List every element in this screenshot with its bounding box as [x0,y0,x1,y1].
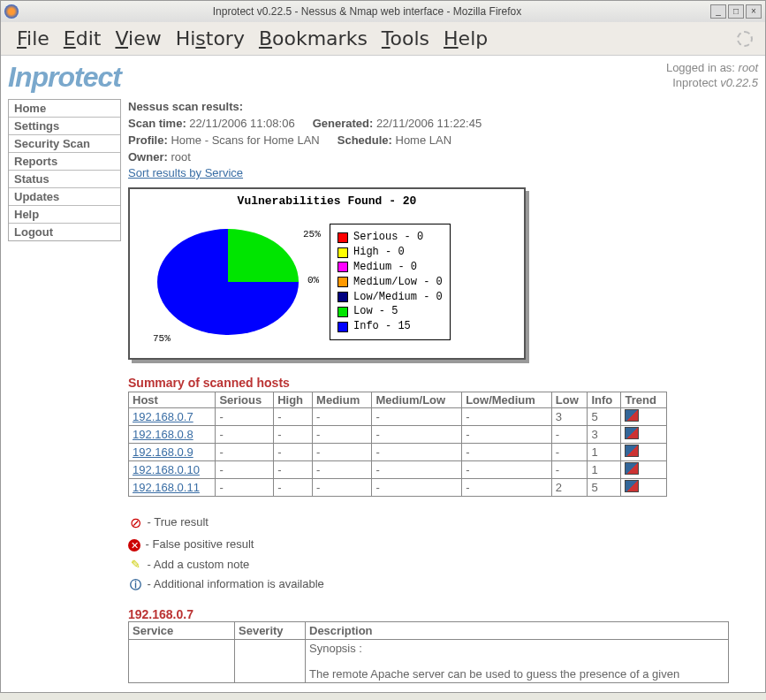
throbber-icon [737,31,753,47]
trend-icon[interactable] [625,462,639,475]
legend-item: Medium - 0 [337,260,443,275]
menu-bookmarks[interactable]: Bookmarks [252,24,375,53]
host-link[interactable]: 192.168.0.9 [133,445,193,459]
host-detail-title: 192.168.0.7 [128,607,758,621]
menu-tools[interactable]: Tools [375,24,436,53]
sidebar-item-logout[interactable]: Logout [9,224,120,240]
host-link[interactable]: 192.168.0.7 [133,410,193,423]
login-info: Logged in as: root Inprotect v0.22.5 [666,61,758,91]
sidebar-item-settings[interactable]: Settings [9,118,120,135]
menu-view[interactable]: View [108,24,168,53]
sort-by-service-link[interactable]: Sort results by Service [128,166,243,179]
sidebar-item-updates[interactable]: Updates [9,188,120,206]
scan-meta: Nessus scan results: Scan time: 22/11/20… [128,99,758,182]
window-controls: _ □ × [710,4,762,19]
sidebar-item-help[interactable]: Help [9,206,120,224]
summary-title: Summary of scanned hosts [128,376,758,390]
sidebar-item-security-scan[interactable]: Security Scan [9,135,120,153]
trend-icon[interactable] [625,427,639,439]
trend-icon[interactable] [625,409,639,422]
vulnerabilities-chart: Vulnerabilities Found - 20 25% 0% 75% Se… [128,187,526,360]
titlebar: Inprotect v0.22.5 - Nessus & Nmap web in… [1,1,765,22]
legend-item: Medium/Low - 0 [337,275,443,290]
firefox-icon [4,4,19,19]
host-link[interactable]: 192.168.0.10 [133,463,200,476]
chart-legend: Serious - 0High - 0Medium - 0Medium/Low … [330,224,451,340]
page-content: Inprotect Logged in as: root Inprotect v… [1,56,765,692]
host-link[interactable]: 192.168.0.8 [133,428,193,441]
x-icon: ✕ [128,539,140,552]
window-title: Inprotect v0.22.5 - Nessus & Nmap web in… [24,5,710,18]
note-icon: ✎ [128,555,142,574]
firefox-window: Inprotect v0.22.5 - Nessus & Nmap web in… [0,0,766,693]
legend-item: Low/Medium - 0 [337,290,443,305]
detail-table: Service Severity Description Synopsis : … [128,621,729,683]
main-area: Nessus scan results: Scan time: 22/11/20… [128,99,758,683]
legend-item: Low - 5 [337,304,443,319]
menubar: File Edit View History Bookmarks Tools H… [1,22,765,56]
maximize-button[interactable]: □ [728,4,744,19]
host-link[interactable]: 192.168.0.11 [133,481,200,494]
check-icon: ⊘ [128,511,142,535]
trend-icon[interactable] [625,445,639,457]
pie-chart: 25% 0% 75% [135,211,321,353]
menu-file[interactable]: File [10,24,57,53]
menu-edit[interactable]: Edit [57,24,109,53]
table-row: 192.168.0.11-----25 [129,479,667,497]
sidebar-item-home[interactable]: Home [9,100,120,118]
menu-history[interactable]: History [169,24,252,53]
sidebar-item-status[interactable]: Status [9,171,120,188]
icon-legend: ⊘ - True result ✕ - False positive resul… [128,511,758,595]
table-row: 192.168.0.8------3 [129,426,667,444]
legend-item: High - 0 [337,245,443,260]
legend-item: Info - 15 [337,319,443,334]
menu-help[interactable]: Help [436,24,495,53]
minimize-button[interactable]: _ [710,4,726,19]
info-icon: ⓘ [128,575,142,595]
legend-item: Serious - 0 [337,230,443,245]
chart-title: Vulnerabilities Found - 20 [135,194,519,208]
trend-icon[interactable] [625,480,639,492]
table-row: 192.168.0.10------1 [129,461,667,479]
table-row: 192.168.0.9------1 [129,444,667,461]
logo: Inprotect [8,61,121,94]
summary-table: HostSeriousHighMediumMedium/LowLow/Mediu… [128,392,667,497]
close-button[interactable]: × [746,4,762,19]
sidebar-item-reports[interactable]: Reports [9,153,120,171]
sidebar: Home Settings Security Scan Reports Stat… [8,99,121,241]
table-row: 192.168.0.7-----35 [129,408,667,426]
